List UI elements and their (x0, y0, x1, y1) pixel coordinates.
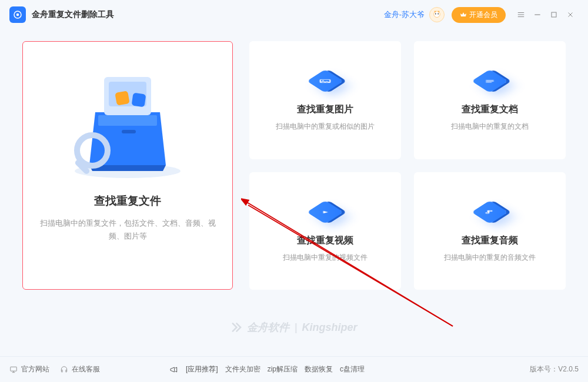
monitor-icon (9, 366, 18, 374)
svg-point-6 (438, 11, 440, 12)
avatar[interactable] (429, 7, 445, 22)
version-text: 版本号：V2.0.5 (530, 364, 579, 374)
svg-point-5 (435, 11, 436, 12)
image-icon (307, 69, 343, 93)
main-card-desc: 扫描电脑中的重复文件，包括文件、文档、音频、视频、图片等 (37, 217, 218, 243)
support-link[interactable]: 在线客服 (60, 364, 100, 374)
svg-point-3 (435, 14, 436, 15)
card-find-duplicate-docs[interactable]: 查找重复文档 扫描电脑中的重复的文档 (414, 41, 566, 159)
svg-point-1 (16, 14, 19, 16)
watermark: 金舟软件 | Kingshiper (230, 320, 357, 334)
svg-rect-9 (98, 115, 157, 126)
minimize-button[interactable] (529, 6, 546, 23)
main-card-title: 查找重复文件 (94, 193, 161, 209)
app-logo (9, 6, 26, 23)
card-title: 查找重复文档 (462, 103, 518, 116)
svg-rect-17 (320, 80, 330, 83)
maximize-button[interactable] (546, 6, 562, 23)
menu-button[interactable] (513, 6, 529, 23)
svg-rect-14 (132, 93, 146, 108)
file-box-illustration (63, 59, 192, 183)
video-icon (307, 200, 343, 224)
card-desc: 扫描电脑中的重复的文档 (451, 122, 529, 132)
rec-link[interactable]: c盘清理 (340, 364, 365, 374)
svg-rect-10 (122, 130, 136, 133)
rec-link[interactable]: 数据恢复 (305, 364, 333, 374)
svg-point-4 (437, 14, 439, 15)
vip-button[interactable]: 开通会员 (452, 7, 506, 23)
rec-link[interactable]: zip解压缩 (268, 364, 298, 374)
official-site-link[interactable]: 官方网站 (9, 364, 49, 374)
card-title: 查找重复视频 (297, 234, 353, 247)
app-title: 金舟重复文件删除工具 (32, 9, 114, 20)
headset-icon (60, 366, 68, 374)
user-name[interactable]: 金舟-苏大爷 (384, 9, 425, 20)
document-icon (472, 69, 508, 93)
card-title: 查找重复音频 (462, 234, 518, 247)
rec-link[interactable]: 文件夹加密 (225, 364, 260, 374)
card-desc: 扫描电脑中的重复或相似的图片 (276, 122, 375, 132)
megaphone-icon (169, 365, 179, 374)
rec-label: [应用推荐] (186, 364, 218, 374)
audio-icon (472, 200, 508, 224)
vip-label: 开通会员 (469, 10, 497, 20)
card-title: 查找重复图片 (297, 103, 353, 116)
close-button[interactable] (562, 6, 579, 23)
crown-icon (460, 11, 467, 18)
svg-rect-13 (115, 91, 129, 105)
card-find-duplicate-images[interactable]: 查找重复图片 扫描电脑中的重复或相似的图片 (249, 41, 401, 159)
card-desc: 扫描电脑中重复的视频文件 (283, 253, 368, 263)
card-desc: 扫描电脑中的重复的音频文件 (444, 253, 536, 263)
svg-rect-21 (11, 367, 17, 371)
card-find-duplicate-audio[interactable]: 查找重复音频 扫描电脑中的重复的音频文件 (414, 172, 566, 290)
svg-rect-7 (552, 12, 556, 17)
card-find-duplicate-files[interactable]: 查找重复文件 扫描电脑中的重复文件，包括文件、文档、音频、视频、图片等 (22, 41, 233, 290)
card-find-duplicate-videos[interactable]: 查找重复视频 扫描电脑中重复的视频文件 (249, 172, 401, 290)
